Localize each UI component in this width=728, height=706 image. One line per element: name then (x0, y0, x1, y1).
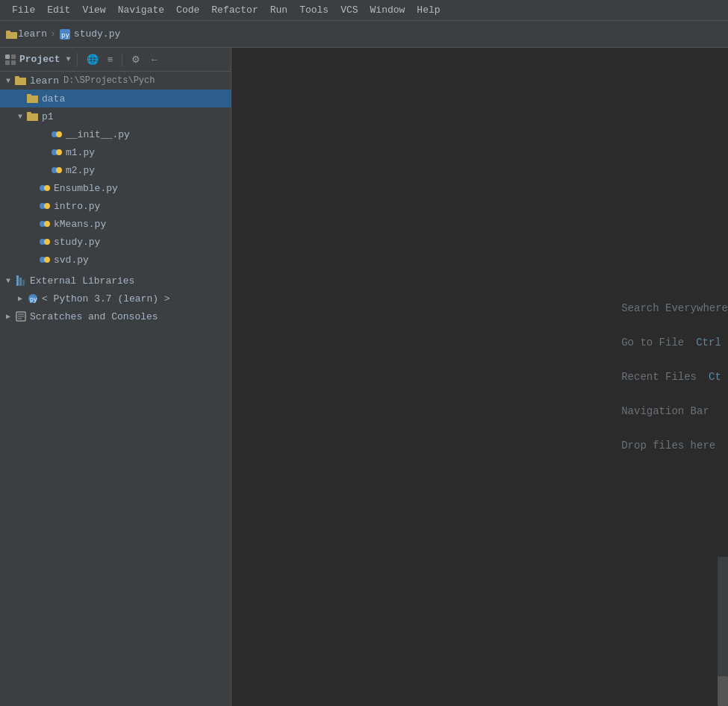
svg-point-23 (44, 203, 50, 209)
menu-tools[interactable]: Tools (293, 3, 335, 17)
menu-navigate[interactable]: Navigate (112, 3, 170, 17)
main-layout: Project ▼ 🌐 ≡ ⚙ ← learn D:\SProje (0, 48, 728, 706)
tree-item-kmeans[interactable]: kMeans.py (0, 215, 231, 233)
menu-vcs[interactable]: VCS (335, 3, 364, 17)
toolbar-globe-btn[interactable]: 🌐 (84, 52, 102, 66)
pyfile-icon-svd (39, 254, 51, 266)
tree-item-init[interactable]: __init__.py (0, 125, 231, 143)
project-dropdown-arrow[interactable]: ▼ (66, 55, 71, 63)
menu-bar: File Edit View Navigate Code Refactor Ru… (0, 0, 728, 21)
tree-item-python37[interactable]: py < Python 3.7 (learn) > (0, 290, 231, 307)
project-toolbar: Project ▼ 🌐 ≡ ⚙ ← (0, 48, 231, 72)
pyfile-icon-ensumble (39, 182, 51, 194)
svg-point-15 (56, 131, 62, 137)
hint-recent-files-text: Recent Files (621, 371, 697, 383)
menu-edit[interactable]: Edit (41, 3, 76, 17)
svg-rect-5 (5, 60, 10, 65)
scratches-label: Scratches and Consoles (30, 311, 158, 322)
breadcrumb-folder-label: learn (18, 28, 47, 40)
hint-drop-files-text: Drop files here (621, 440, 715, 452)
arrow-learn (3, 75, 13, 86)
tree-item-m2[interactable]: m2.py (0, 161, 231, 179)
hint-go-to-file: Go to File Ctrl (621, 337, 728, 349)
tree-item-svd[interactable]: svd.py (0, 251, 231, 269)
toolbar-settings-btn[interactable]: ⚙ (128, 52, 143, 66)
svg-point-19 (56, 167, 62, 173)
hint-go-to-file-shortcut: Ctrl (696, 337, 721, 349)
tree-item-external-libs[interactable]: External Libraries (0, 272, 231, 290)
study-label: study.py (54, 237, 100, 248)
menu-refactor[interactable]: Refactor (205, 3, 264, 17)
m2-label: m2.py (66, 165, 95, 176)
scratches-icon (15, 310, 27, 322)
tree-item-intro[interactable]: intro.py (0, 197, 231, 215)
hint-navigation-bar: Navigation Bar (621, 405, 728, 417)
menu-window[interactable]: Window (364, 3, 411, 17)
tree-item-ensumble[interactable]: Ensumble.py (0, 179, 231, 197)
folder-icon-p1 (27, 110, 39, 122)
menu-code[interactable]: Code (170, 3, 205, 17)
tree-item-study[interactable]: study.py (0, 233, 231, 251)
svg-rect-7 (11, 60, 16, 65)
pyfile-icon-init (51, 128, 63, 140)
svg-text:py: py (30, 296, 37, 303)
breadcrumb-folder-icon (6, 28, 18, 40)
tree-item-scratches[interactable]: Scratches and Consoles (0, 307, 231, 325)
svg-point-25 (44, 221, 50, 227)
arrow-scratches (3, 311, 13, 322)
editor-hints: Search Everywhere Go to File Ctrl Recent… (621, 302, 728, 452)
folder-icon-data (27, 93, 39, 104)
python-icon: py (27, 293, 39, 304)
sidebar: Project ▼ 🌐 ≡ ⚙ ← learn D:\SProje (0, 48, 231, 706)
m1-label: m1.py (66, 147, 95, 158)
pyfile-icon-study (39, 236, 51, 248)
svd-label: svd.py (54, 254, 89, 266)
menu-view[interactable]: View (76, 3, 111, 17)
svg-rect-4 (5, 54, 10, 59)
init-label: __init__.py (66, 129, 130, 140)
scrollbar-thumb[interactable] (718, 676, 728, 706)
tree-item-data[interactable]: data (0, 90, 231, 107)
pyfile-icon-m2 (51, 164, 63, 176)
folder-icon-learn (15, 75, 27, 87)
svg-rect-6 (11, 54, 16, 59)
tree-item-m1[interactable]: m1.py (0, 143, 231, 161)
pyfile-icon-intro (39, 200, 51, 212)
file-tree: learn D:\SProjects\Pych data (0, 72, 231, 706)
ensumble-label: Ensumble.py (54, 183, 118, 194)
hint-drop-files: Drop files here (621, 440, 728, 452)
svg-point-17 (56, 149, 62, 155)
breadcrumb-file-icon: py (59, 28, 71, 40)
breadcrumb-file[interactable]: study.py (74, 28, 120, 40)
python37-label: < Python 3.7 (learn) > (42, 293, 170, 304)
svg-rect-1 (6, 31, 10, 34)
toolbar-separator-2 (122, 53, 122, 66)
breadcrumb-folder[interactable]: learn (18, 28, 47, 40)
menu-file[interactable]: File (6, 3, 41, 17)
extlibs-icon (15, 275, 27, 287)
hint-recent-files-shortcut: Ct (709, 371, 721, 383)
project-label: Project (19, 54, 60, 65)
menu-run[interactable]: Run (264, 3, 293, 17)
toolbar-back-btn[interactable]: ← (146, 52, 162, 66)
tree-item-p1[interactable]: p1 (0, 107, 231, 125)
toolbar-layout-btn[interactable]: ≡ (105, 52, 116, 66)
toolbar-separator-1 (77, 53, 78, 66)
svg-text:py: py (61, 31, 69, 39)
tree-item-learn-root[interactable]: learn D:\SProjects\Pych (0, 72, 231, 90)
tab-bar: learn › py study.py (0, 21, 728, 48)
project-panel-icon (4, 54, 16, 66)
svg-rect-9 (15, 76, 19, 79)
arrow-python37 (15, 293, 25, 304)
hint-search-everywhere: Search Everywhere (621, 302, 728, 314)
kmeans-label: kMeans.py (54, 219, 106, 230)
extlibs-label: External Libraries (30, 275, 134, 287)
data-label: data (42, 93, 65, 104)
learn-root-label: learn (30, 75, 59, 87)
learn-root-path: D:\SProjects\Pych (63, 75, 155, 86)
pyfile-icon-m1 (51, 146, 63, 158)
breadcrumb-file-label: study.py (74, 28, 120, 40)
editor-area: Search Everywhere Go to File Ctrl Recent… (231, 48, 728, 706)
hint-navigation-bar-text: Navigation Bar (621, 405, 709, 417)
menu-help[interactable]: Help (411, 3, 446, 17)
